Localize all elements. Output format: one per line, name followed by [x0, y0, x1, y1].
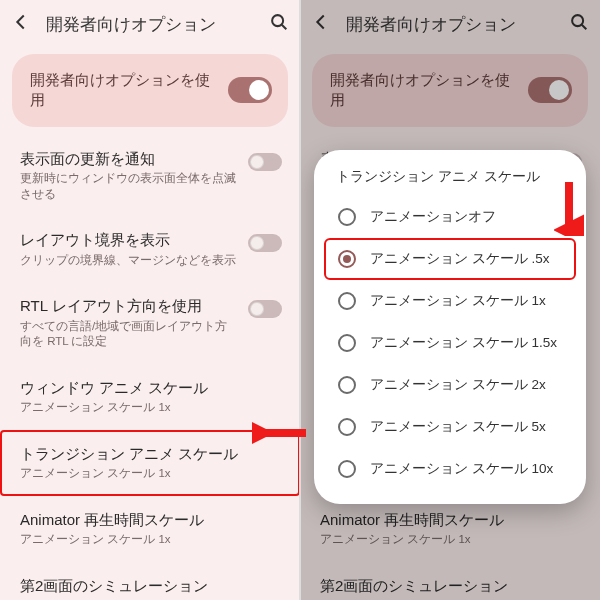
master-toggle-switch[interactable]: [228, 77, 272, 103]
phone-left: 開発者向けオプション 開発者向けオプションを使用 表示面の更新を通知更新時にウィ…: [0, 0, 300, 600]
radio-icon: [338, 334, 356, 352]
settings-row[interactable]: 第2画面のシミュレーションなし: [0, 562, 300, 600]
settings-list: 表示面の更新を通知更新時にウィンドウの表示面全体を点滅させるレイアウト境界を表示…: [0, 135, 300, 601]
row-toggle-switch[interactable]: [248, 300, 282, 318]
dialog-option-label: アニメーション スケール 2x: [370, 376, 546, 394]
dialog-title: トランジション アニメ スケール: [324, 168, 576, 196]
settings-row-subtitle: アニメーション スケール 1x: [20, 466, 282, 482]
row-toggle-switch[interactable]: [248, 234, 282, 252]
dialog-option-label: アニメーションオフ: [370, 208, 496, 226]
search-icon[interactable]: [268, 11, 290, 37]
settings-row-title: トランジション アニメ スケール: [20, 444, 282, 464]
dialog-option[interactable]: アニメーション スケール 1x: [324, 280, 576, 322]
dialog-option-label: アニメーション スケール 10x: [370, 460, 553, 478]
dialog-option[interactable]: アニメーション スケール .5x: [324, 238, 576, 280]
phone-right: 開発者向けオプション 開発者向けオプションを使用 表示面の更新を通知更新時にウィ…: [300, 0, 600, 600]
settings-row-title: RTL レイアウト方向を使用: [20, 296, 238, 316]
dialog-option[interactable]: アニメーション スケール 1.5x: [324, 322, 576, 364]
settings-row-title: 第2画面のシミュレーション: [20, 576, 282, 596]
radio-icon: [338, 418, 356, 436]
dialog-option-label: アニメーション スケール .5x: [370, 250, 550, 268]
radio-icon: [338, 460, 356, 478]
radio-icon: [338, 376, 356, 394]
settings-row[interactable]: 表示面の更新を通知更新時にウィンドウの表示面全体を点滅させる: [0, 135, 300, 217]
dialog-option[interactable]: アニメーション スケール 2x: [324, 364, 576, 406]
dialog-option-label: アニメーション スケール 1.5x: [370, 334, 557, 352]
settings-row-subtitle: アニメーション スケール 1x: [20, 532, 282, 548]
back-icon[interactable]: [10, 11, 32, 37]
svg-line-1: [282, 25, 287, 30]
master-toggle-label: 開発者向けオプションを使用: [30, 70, 218, 111]
radio-icon: [338, 250, 356, 268]
radio-icon: [338, 208, 356, 226]
settings-row[interactable]: ウィンドウ アニメ スケールアニメーション スケール 1x: [0, 364, 300, 430]
panel-divider: [299, 0, 301, 600]
header-title: 開発者向けオプション: [46, 13, 254, 36]
settings-row-title: 表示面の更新を通知: [20, 149, 238, 169]
dialog-option-label: アニメーション スケール 1x: [370, 292, 546, 310]
settings-row[interactable]: RTL レイアウト方向を使用すべての言語/地域で画面レイアウト方向を RTL に…: [0, 282, 300, 364]
settings-row-title: ウィンドウ アニメ スケール: [20, 378, 282, 398]
settings-row[interactable]: レイアウト境界を表示クリップの境界線、マージンなどを表示: [0, 216, 300, 282]
master-toggle-card[interactable]: 開発者向けオプションを使用: [12, 54, 288, 127]
transition-scale-dialog: トランジション アニメ スケール アニメーションオフアニメーション スケール .…: [314, 150, 586, 504]
settings-row-title: レイアウト境界を表示: [20, 230, 238, 250]
dialog-option-label: アニメーション スケール 5x: [370, 418, 546, 436]
svg-point-0: [272, 15, 283, 26]
settings-row-subtitle: アニメーション スケール 1x: [20, 400, 282, 416]
settings-row[interactable]: Animator 再生時間スケールアニメーション スケール 1x: [0, 496, 300, 562]
row-toggle-switch[interactable]: [248, 153, 282, 171]
dialog-option[interactable]: アニメーション スケール 5x: [324, 406, 576, 448]
settings-row-subtitle: 更新時にウィンドウの表示面全体を点滅させる: [20, 171, 238, 202]
dialog-option[interactable]: アニメーションオフ: [324, 196, 576, 238]
radio-icon: [338, 292, 356, 310]
settings-row-subtitle: すべての言語/地域で画面レイアウト方向を RTL に設定: [20, 319, 238, 350]
settings-row-subtitle: クリップの境界線、マージンなどを表示: [20, 253, 238, 269]
dialog-option[interactable]: アニメーション スケール 10x: [324, 448, 576, 490]
header: 開発者向けオプション: [0, 0, 300, 48]
settings-row-title: Animator 再生時間スケール: [20, 510, 282, 530]
settings-row[interactable]: トランジション アニメ スケールアニメーション スケール 1x: [0, 430, 300, 496]
